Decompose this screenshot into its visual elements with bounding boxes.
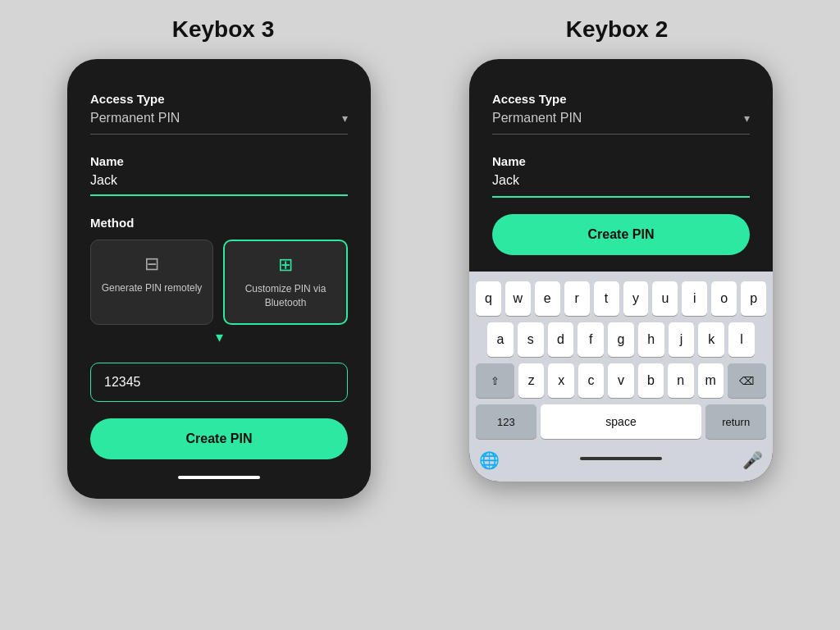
globe-icon[interactable]: 🌐: [479, 450, 500, 470]
key-e[interactable]: e: [535, 281, 560, 316]
keyboard-row-2: a s d f g h j k l: [476, 322, 766, 357]
key-q[interactable]: q: [476, 281, 501, 316]
key-123[interactable]: 123: [476, 404, 536, 439]
method-buttons-kb3: ⊟ Generate PIN remotely ⊞ Customize PIN …: [90, 240, 348, 325]
bluetooth-icon: ⊞: [278, 254, 293, 276]
pin-input-kb3[interactable]: 12345: [90, 363, 348, 402]
key-p[interactable]: p: [741, 281, 766, 316]
key-u[interactable]: u: [652, 281, 678, 316]
name-label-kb3: Name: [90, 154, 348, 168]
access-type-label-kb3: Access Type: [90, 92, 348, 106]
key-k[interactable]: k: [698, 322, 724, 357]
key-r[interactable]: r: [564, 281, 590, 316]
access-type-value-kb2: Permanent PIN: [492, 111, 582, 126]
keybox2-phone: Access Type Permanent PIN ▾ Name Jack Cr…: [469, 59, 773, 482]
key-b[interactable]: b: [638, 363, 664, 398]
access-type-section-kb2: Access Type Permanent PIN ▾: [492, 92, 750, 135]
key-a[interactable]: a: [487, 322, 514, 357]
keyboard-kb2: q w e r t y u i o p a s d f g h j k l: [469, 272, 773, 482]
generate-pin-label: Generate PIN remotely: [102, 281, 203, 295]
key-c[interactable]: c: [578, 363, 604, 398]
keyboard-row-3: ⇧ z x c v b n m ⌫: [476, 363, 766, 398]
usb-icon: ⊟: [144, 253, 159, 275]
keyboard-bottom-kb2: 🌐 🎤: [476, 445, 766, 475]
home-bar-kb3: [178, 476, 260, 479]
keybox3-title: Keybox 3: [26, 16, 420, 43]
name-value-kb3: Jack: [90, 173, 117, 187]
key-v[interactable]: v: [608, 363, 633, 398]
key-y[interactable]: y: [623, 281, 649, 316]
microphone-icon[interactable]: 🎤: [742, 450, 763, 470]
key-i[interactable]: i: [682, 281, 707, 316]
key-s[interactable]: s: [518, 322, 544, 357]
key-w[interactable]: w: [505, 281, 531, 316]
access-type-arrow-kb3: ▾: [342, 112, 348, 125]
key-space[interactable]: space: [541, 404, 702, 439]
method-section-kb3: Method ⊟ Generate PIN remotely ⊞ Customi…: [90, 216, 348, 346]
access-type-dropdown-kb2[interactable]: Permanent PIN ▾: [492, 111, 750, 135]
name-section-kb3: Name Jack: [90, 154, 348, 196]
bluetooth-arrow-indicator: ▾: [90, 328, 348, 346]
key-f[interactable]: f: [578, 322, 604, 357]
keybox2-title: Keybox 2: [420, 16, 814, 43]
key-g[interactable]: g: [608, 322, 634, 357]
key-d[interactable]: d: [548, 322, 574, 357]
key-n[interactable]: n: [668, 363, 693, 398]
access-type-value-kb3: Permanent PIN: [90, 111, 180, 126]
access-type-arrow-kb2: ▾: [744, 112, 750, 125]
key-m[interactable]: m: [698, 363, 724, 398]
keyboard-row-1: q w e r t y u i o p: [476, 281, 766, 316]
key-shift[interactable]: ⇧: [476, 363, 514, 398]
key-l[interactable]: l: [728, 322, 755, 357]
key-return[interactable]: return: [705, 404, 766, 439]
keyboard-row-4: 123 space return: [476, 404, 766, 439]
key-z[interactable]: z: [518, 363, 544, 398]
create-pin-btn-kb2[interactable]: Create PIN: [492, 214, 750, 255]
key-j[interactable]: j: [669, 322, 695, 357]
key-h[interactable]: h: [638, 322, 664, 357]
name-label-kb2: Name: [492, 154, 750, 168]
name-value-kb2: Jack: [492, 173, 519, 187]
access-type-dropdown-kb3[interactable]: Permanent PIN ▾: [90, 111, 348, 135]
key-o[interactable]: o: [711, 281, 737, 316]
key-t[interactable]: t: [594, 281, 619, 316]
create-pin-btn-kb3[interactable]: Create PIN: [90, 418, 348, 459]
name-section-kb2: Name Jack: [492, 154, 750, 198]
access-type-label-kb2: Access Type: [492, 92, 750, 106]
access-type-section-kb3: Access Type Permanent PIN ▾: [90, 92, 348, 135]
generate-pin-btn[interactable]: ⊟ Generate PIN remotely: [90, 240, 213, 325]
keybox3-phone: Access Type Permanent PIN ▾ Name Jack Me…: [67, 59, 371, 499]
key-x[interactable]: x: [548, 363, 573, 398]
name-input-kb2[interactable]: Jack: [492, 173, 750, 198]
key-delete[interactable]: ⌫: [728, 363, 766, 398]
bluetooth-pin-btn[interactable]: ⊞ Customize PIN via Bluetooth: [223, 240, 348, 325]
method-label-kb3: Method: [90, 216, 348, 230]
bluetooth-pin-label: Customize PIN via Bluetooth: [233, 282, 338, 310]
pin-input-value-kb3: 12345: [104, 375, 141, 389]
home-bar-kb2: [580, 457, 662, 460]
name-input-kb3[interactable]: Jack: [90, 173, 348, 196]
